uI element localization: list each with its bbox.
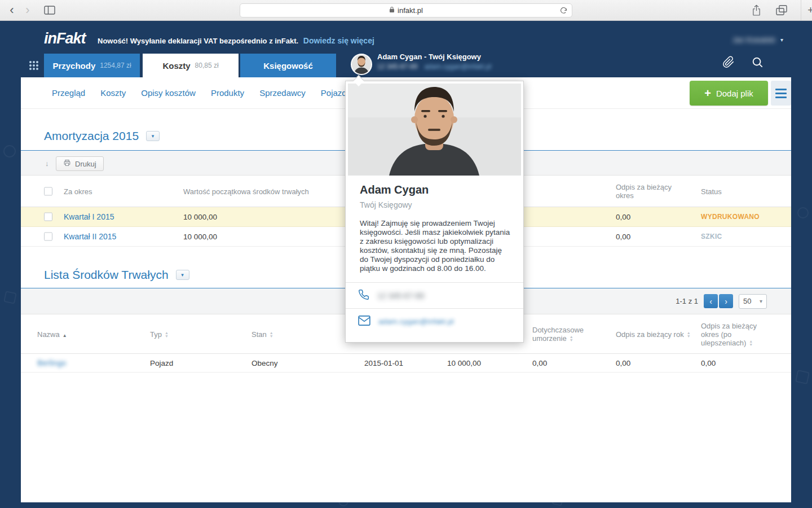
asset-state-cell: Obecny — [251, 354, 278, 373]
page-size-select[interactable]: 50 ▾ — [739, 294, 767, 309]
print-label: Drukuj — [75, 160, 96, 168]
user-menu[interactable]: Jan Kowalski ▾ — [732, 36, 783, 44]
row-checkbox[interactable] — [44, 213, 52, 221]
column-header[interactable]: Odpis za bieżący okres — [616, 183, 679, 200]
apps-grid-icon[interactable] — [29, 60, 39, 73]
pagination-buttons: ‹ › — [704, 294, 733, 308]
asset-writeoff-year-cell: 0,00 — [616, 354, 630, 373]
tab-koszty[interactable]: Koszty 80,85 zł — [143, 54, 239, 77]
column-label: Dotychczasowe umorzenie — [532, 326, 584, 343]
asset-value-cell: 10 000,00 — [447, 354, 481, 373]
column-header[interactable]: Dotychczasowe umorzenie▲▼ — [532, 326, 600, 343]
column-header[interactable]: Odpis za bieżący rok▲▼ — [616, 330, 691, 338]
url-bar[interactable]: infakt.pl — [240, 3, 572, 17]
chevron-down-icon: ▾ — [780, 37, 783, 43]
status-badge: SZKIC — [701, 227, 722, 247]
nav-item-sprzedawcy[interactable]: Sprzedawcy — [259, 88, 306, 98]
writeoff-cell: 0,00 — [616, 227, 630, 247]
download-icon[interactable]: ↓ — [45, 159, 49, 168]
column-header[interactable]: Wartość początkowa środków trwałych — [183, 187, 309, 195]
column-header[interactable]: Nazwa▲ — [37, 330, 67, 338]
infakt-logo[interactable]: inFakt — [44, 30, 86, 47]
tab-label: Księgowość — [263, 61, 313, 71]
tab-label: Koszty — [162, 61, 190, 71]
asset-date-cell: 2015-01-01 — [364, 354, 403, 373]
sort-icon: ▲▼ — [165, 331, 169, 338]
print-button[interactable]: Drukuj — [56, 156, 104, 171]
announcement-bar: Nowość! Wysyłanie deklaracji VAT bezpośr… — [98, 36, 374, 45]
accountant-avatar[interactable] — [351, 54, 372, 75]
popup-bottom-padding — [346, 334, 523, 342]
refresh-icon[interactable] — [560, 7, 567, 16]
pagination-label: 1-1 z 1 — [676, 297, 698, 305]
accountant-email-redacted: adam.cygan@infakt.pl — [424, 63, 491, 71]
nav-item-opisy-kosztow[interactable]: Opisy kosztów — [141, 88, 196, 98]
background-doodle — [3, 145, 16, 157]
column-label: Odpis za bieżący okres (po ulepszeniach) — [701, 321, 757, 347]
accountant-role: Twój Księgowy — [360, 200, 509, 209]
sort-icon: ▲▼ — [270, 331, 273, 338]
announcement-link[interactable]: Dowiedz się więcej — [303, 36, 374, 45]
phone-icon — [358, 289, 369, 303]
tab-przychody[interactable]: Przychody 1254,87 zł — [44, 54, 140, 77]
initial-value-cell: 10 000,00 — [183, 227, 217, 247]
pagination-prev-button[interactable]: ‹ — [704, 294, 718, 308]
plus-icon: + — [704, 87, 711, 100]
search-icon[interactable] — [751, 56, 764, 71]
asset-writeoff-period-cell: 0,00 — [701, 354, 716, 373]
nav-item-produkty[interactable]: Produkty — [211, 88, 244, 98]
title-dropdown-button[interactable]: ▾ — [146, 131, 160, 141]
column-header[interactable]: Status — [701, 187, 722, 195]
asset-depreciation-cell: 0,00 — [532, 354, 547, 373]
mail-icon — [358, 316, 370, 328]
asset-name-redacted[interactable]: Berlingo — [37, 354, 66, 373]
tab-amount: 80,85 zł — [195, 62, 219, 69]
tab-overview-icon[interactable] — [774, 0, 789, 20]
sidebar-toggle-icon[interactable] — [42, 0, 58, 20]
chevron-down-icon: ▾ — [181, 272, 184, 278]
column-header[interactable]: Stan▲▼ — [251, 330, 273, 338]
lock-icon — [389, 6, 395, 15]
popup-email-row: adam.cygan@infakt.pl — [346, 308, 523, 334]
pagination-next-button[interactable]: › — [719, 294, 733, 308]
nav-item-przeglad[interactable]: Przegląd — [52, 88, 85, 98]
column-label: Odpis za bieżący rok — [616, 330, 684, 338]
section-title: Amortyzacja 2015 — [44, 129, 139, 143]
popup-email-redacted[interactable]: adam.cygan@infakt.pl — [378, 317, 454, 326]
sort-icon: ▲▼ — [749, 340, 753, 347]
column-label: Nazwa — [37, 330, 60, 338]
assets-section-header: Lista Środków Trwałych ▾ — [44, 268, 189, 282]
new-tab-icon[interactable]: + — [801, 0, 812, 20]
row-checkbox[interactable] — [44, 233, 52, 241]
title-dropdown-button[interactable]: ▾ — [176, 270, 189, 280]
column-header[interactable]: Za okres — [64, 187, 92, 195]
url-text: infakt.pl — [398, 6, 423, 15]
accountant-bio: Witaj! Zajmuję się prowadzeniem Twojej k… — [360, 219, 512, 273]
sort-icon: ▲▼ — [687, 331, 691, 338]
accountant-phone-redacted: 12 345-67-89 — [377, 63, 417, 71]
share-icon[interactable] — [749, 0, 764, 20]
popup-phone-row: 12 345-67-89 — [346, 282, 523, 308]
table-row[interactable]: Berlingo Pojazd Obecny 2015-01-01 10 000… — [21, 354, 791, 373]
hamburger-menu-button[interactable] — [771, 81, 791, 106]
announcement-text: Nowość! Wysyłanie deklaracji VAT bezpośr… — [98, 37, 298, 45]
tab-ksiegowosc[interactable]: Księgowość — [240, 54, 336, 77]
background-doodle — [795, 370, 810, 384]
paperclip-icon[interactable] — [722, 56, 735, 71]
accountant-popup: Adam Cygan Twój Księgowy Witaj! Zajmuję … — [345, 81, 524, 343]
column-header[interactable]: Typ▲▼ — [150, 330, 169, 338]
nav-item-koszty[interactable]: Koszty — [100, 88, 126, 98]
period-link[interactable]: Kwartał II 2015 — [64, 227, 116, 247]
select-all-checkbox[interactable] — [44, 187, 52, 195]
screen: ‹ › infakt.pl + inF — [0, 0, 812, 508]
add-file-button[interactable]: + Dodaj plik — [690, 81, 768, 106]
status-badge: WYDRUKOWANO — [701, 207, 760, 227]
accountant-photo — [348, 84, 521, 176]
period-link[interactable]: Kwartał I 2015 — [64, 207, 114, 227]
column-header[interactable]: Odpis za bieżący okres (po ulepszeniach)… — [701, 321, 770, 347]
column-label: Typ — [150, 330, 162, 338]
browser-back-button[interactable]: ‹ — [5, 0, 19, 20]
browser-forward-button[interactable]: › — [20, 0, 35, 20]
writeoff-cell: 0,00 — [616, 207, 630, 227]
tab-label: Przychody — [52, 61, 95, 71]
